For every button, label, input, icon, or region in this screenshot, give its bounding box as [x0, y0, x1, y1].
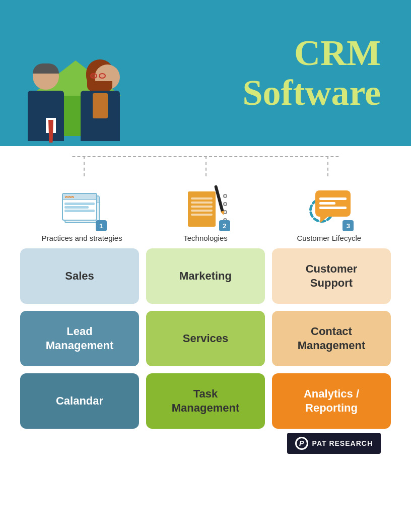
grid-cell-sales: Sales: [20, 248, 139, 304]
header-illustration: [15, 5, 156, 141]
main-content: www www: [0, 146, 411, 468]
woman-figure: [81, 62, 120, 141]
grid-cell-contact-management: ContactManagement: [272, 311, 391, 366]
header: CRM Software: [0, 0, 411, 146]
feature-grid: Sales Marketing CustomerSupport LeadMana…: [15, 248, 396, 429]
icon-label-2: Technologies: [183, 233, 228, 243]
icon-item-2: 2 Technologies: [155, 189, 256, 243]
icon-number-2: 2: [219, 220, 230, 231]
header-title: CRM Software: [156, 33, 396, 113]
man-figure: [28, 63, 64, 141]
grid-cell-calendar: Calandar: [20, 373, 139, 429]
icon-box-1: www www: [59, 189, 105, 229]
grid-cell-lead-management: LeadManagement: [20, 311, 139, 366]
icon-box-2: 2: [183, 189, 228, 229]
icon-box-3: 3: [306, 189, 352, 229]
icon-label-1: Practices and strategies: [42, 233, 122, 243]
grid-cell-marketing: Marketing: [146, 248, 265, 304]
logo-text: PAT RESEARCH: [312, 439, 373, 447]
grid-cell-analytics: Analytics /Reporting: [272, 373, 391, 429]
grid-cell-task-management: TaskManagement: [146, 373, 265, 429]
icons-row: www www: [15, 189, 396, 243]
logo-icon: P: [295, 437, 308, 450]
title-text: CRM Software: [156, 33, 381, 113]
grid-cell-customer-support: CustomerSupport: [272, 248, 391, 304]
grid-cell-services: Services: [146, 311, 265, 366]
connector-lines: [15, 156, 396, 186]
pat-research-logo: P PAT RESEARCH: [287, 433, 381, 454]
icon-label-3: Customer Lifecycle: [297, 233, 362, 243]
icon-number-1: 1: [96, 220, 107, 231]
notepad-icon: [188, 189, 223, 229]
icon-item-1: www www: [32, 189, 132, 243]
icon-item-3: 3 Customer Lifecycle: [279, 189, 379, 243]
icon-number-3: 3: [342, 220, 354, 231]
footer: P PAT RESEARCH: [15, 429, 396, 458]
